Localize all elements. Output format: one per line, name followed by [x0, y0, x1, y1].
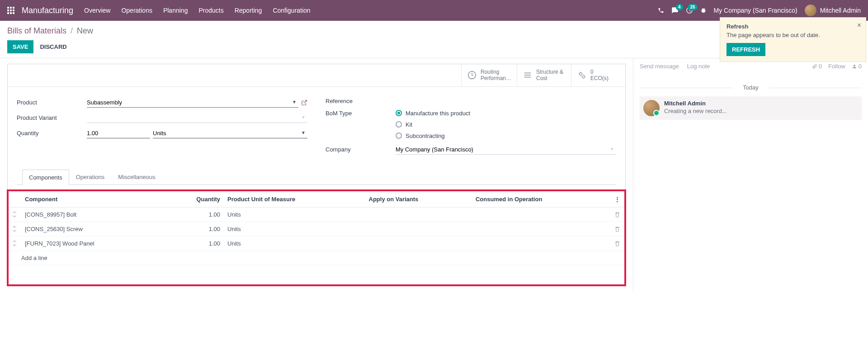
company-switcher[interactable]: My Company (San Francisco): [714, 7, 797, 14]
notif-title: Refresh: [726, 23, 859, 30]
nav-menu: Overview Operations Planning Products Re…: [84, 7, 650, 14]
nav-planning[interactable]: Planning: [163, 7, 188, 14]
cell-uom[interactable]: Units: [224, 222, 365, 236]
stat-routing[interactable]: Routing Performan…: [461, 64, 517, 86]
drag-handle-icon[interactable]: [9, 207, 21, 222]
breadcrumb-current: New: [77, 26, 93, 35]
notification-refresh: × Refresh The page appears to be out of …: [720, 17, 866, 62]
product-label: Product: [17, 99, 87, 106]
trash-icon[interactable]: [611, 207, 624, 222]
table-options-icon[interactable]: ⋮: [611, 191, 624, 208]
send-message-button[interactable]: Send message: [640, 63, 679, 70]
tab-components[interactable]: Components: [22, 170, 69, 185]
breadcrumb-sep: /: [71, 26, 73, 35]
nav-reporting[interactable]: Reporting: [235, 7, 262, 14]
apps-icon[interactable]: [7, 7, 14, 14]
radio-subcontracting[interactable]: Subcontracting: [396, 132, 616, 139]
close-icon[interactable]: ×: [857, 21, 861, 29]
form-sheet: Routing Performan… Structure & Cost: [7, 64, 626, 286]
table-row[interactable]: [CONS_25630] Screw1.00Units: [9, 222, 624, 236]
nav-overview[interactable]: Overview: [84, 7, 110, 14]
svg-point-4: [580, 73, 582, 76]
nav-products[interactable]: Products: [198, 7, 223, 14]
msg-author: Mitchell Admin: [664, 100, 858, 107]
cell-consumed[interactable]: [472, 222, 611, 236]
attach-count: 0: [819, 63, 822, 70]
activities-icon[interactable]: 26: [686, 7, 693, 14]
brand[interactable]: Manufacturing: [22, 6, 73, 15]
debug-icon[interactable]: [700, 7, 707, 14]
cell-component[interactable]: [CONS_89957] Bolt: [21, 207, 165, 222]
trash-icon[interactable]: [611, 236, 624, 251]
tab-miscellaneous[interactable]: Miscellaneous: [111, 169, 162, 184]
company-input[interactable]: [396, 145, 616, 155]
activities-badge: 26: [688, 4, 697, 10]
cell-component[interactable]: [CONS_25630] Screw: [21, 222, 165, 236]
radio-icon: [396, 132, 402, 139]
cell-variants[interactable]: [365, 222, 472, 236]
date-separator: Today: [640, 84, 862, 91]
discard-button[interactable]: DISCARD: [40, 43, 66, 50]
cell-uom[interactable]: Units: [224, 236, 365, 251]
user-menu[interactable]: Mitchell Admin: [805, 5, 861, 16]
external-link-icon[interactable]: [301, 99, 307, 106]
radio-label: Manufacture this product: [406, 110, 470, 117]
radio-manufacture[interactable]: Manufacture this product: [396, 110, 616, 117]
tab-operations[interactable]: Operations: [69, 169, 112, 184]
cell-qty[interactable]: 1.00: [165, 236, 224, 251]
cell-qty[interactable]: 1.00: [165, 222, 224, 236]
follow-button[interactable]: Follow: [828, 63, 845, 70]
phone-icon[interactable]: [658, 7, 664, 14]
cell-uom[interactable]: Units: [224, 207, 365, 222]
save-button[interactable]: SAVE: [7, 40, 33, 53]
product-input[interactable]: [87, 98, 298, 108]
nav-right: 4 26 My Company (San Francisco) Mitchell…: [658, 5, 861, 16]
drag-handle-icon[interactable]: [9, 222, 21, 236]
cell-variants[interactable]: [365, 236, 472, 251]
th-quantity: Quantity: [165, 191, 224, 208]
log-note-button[interactable]: Log note: [687, 63, 710, 70]
components-table-highlight: Component Quantity Product Unit of Measu…: [7, 189, 626, 286]
stat-eco[interactable]: 0 ECO(s): [571, 64, 625, 86]
stat-eco-label: ECO(s): [590, 75, 609, 81]
radio-icon: [396, 121, 402, 128]
cell-consumed[interactable]: [472, 236, 611, 251]
messages-icon[interactable]: 4: [671, 7, 679, 14]
uom-select[interactable]: [153, 128, 307, 138]
nav-configuration[interactable]: Configuration: [273, 7, 310, 14]
breadcrumb-root[interactable]: Bills of Materials: [7, 26, 66, 35]
trash-icon[interactable]: [611, 222, 624, 236]
list-icon: [523, 70, 533, 80]
cell-qty[interactable]: 1.00: [165, 207, 224, 222]
nav-operations[interactable]: Operations: [121, 7, 152, 14]
components-table: Component Quantity Product Unit of Measu…: [9, 191, 624, 284]
table-row[interactable]: [FURN_7023] Wood Panel1.00Units: [9, 236, 624, 251]
messages-badge: 4: [676, 4, 683, 10]
stat-buttons: Routing Performan… Structure & Cost: [8, 64, 625, 87]
variant-label: Product Variant: [17, 114, 87, 121]
drag-handle-icon[interactable]: [9, 236, 21, 251]
table-row[interactable]: [CONS_89957] Bolt1.00Units: [9, 207, 624, 222]
variant-input[interactable]: [87, 113, 307, 123]
followers-count: 0: [859, 63, 862, 70]
avatar: [805, 5, 816, 16]
radio-kit[interactable]: Kit: [396, 121, 616, 128]
company-label: Company: [326, 146, 396, 153]
cell-consumed[interactable]: [472, 207, 611, 222]
stat-structure-l2: Cost: [536, 75, 563, 81]
cell-variants[interactable]: [365, 207, 472, 222]
attachments-button[interactable]: 0: [812, 63, 822, 70]
quantity-input[interactable]: [87, 128, 150, 138]
cell-component[interactable]: [FURN_7023] Wood Panel: [21, 236, 165, 251]
gears-icon: [577, 70, 587, 80]
tabs: Components Operations Miscellaneous: [17, 169, 616, 185]
radio-icon: [396, 110, 402, 116]
stat-structure[interactable]: Structure & Cost: [517, 64, 571, 86]
bom-type-label: BoM Type: [326, 110, 396, 117]
main: Routing Performan… Structure & Cost: [0, 58, 868, 291]
refresh-button[interactable]: REFRESH: [726, 43, 765, 56]
avatar: [643, 100, 660, 116]
followers-button[interactable]: 0: [852, 63, 862, 70]
form-area: Routing Performan… Structure & Cost: [0, 58, 633, 291]
add-line-button[interactable]: Add a line: [21, 251, 624, 265]
